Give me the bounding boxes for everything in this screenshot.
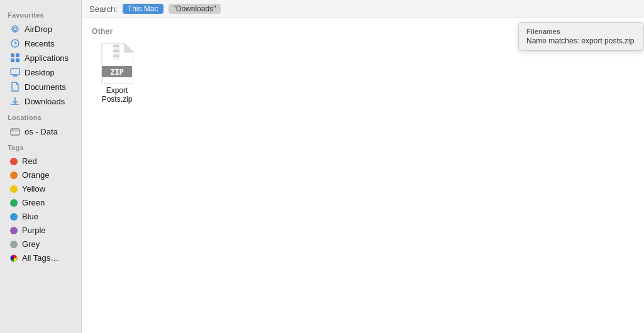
svg-rect-15 (113, 57, 119, 60)
content-area: Other ZIP (82, 18, 644, 333)
sidebar-item-recents[interactable]: Recents (3, 36, 79, 50)
applications-icon (10, 53, 20, 63)
tag-grey-label: Grey (22, 239, 40, 249)
sidebar-item-downloads[interactable]: Downloads (3, 94, 79, 108)
sidebar-item-os-data-label: os - Data (25, 127, 58, 136)
svg-rect-7 (11, 68, 19, 75)
zip-file-icon: ZIP (101, 43, 133, 84)
svg-rect-11 (113, 47, 119, 50)
recents-icon (10, 38, 20, 48)
svg-rect-4 (16, 53, 19, 57)
sidebar-item-applications-label: Applications (25, 53, 69, 63)
sidebar-item-tag-blue[interactable]: Blue (3, 210, 79, 223)
sidebar-item-recents-label: Recents (25, 39, 55, 48)
svg-text:ZIP: ZIP (110, 68, 124, 77)
locations-section-label: Locations (0, 109, 81, 124)
search-bar: Search: This Mac "Downloads" (82, 0, 644, 18)
red-tag-dot (10, 158, 18, 165)
purple-tag-dot (10, 227, 18, 234)
sidebar-item-tag-yellow[interactable]: Yellow (3, 182, 79, 195)
search-label: Search: (89, 4, 118, 14)
search-token-this-mac[interactable]: This Mac (123, 4, 164, 14)
sidebar-item-tag-grey[interactable]: Grey (3, 237, 79, 251)
sidebar-item-desktop[interactable]: Desktop (3, 65, 79, 79)
green-tag-dot (10, 199, 18, 207)
sidebar-item-desktop-label: Desktop (25, 68, 55, 77)
sidebar-item-tag-orange[interactable]: Orange (3, 168, 79, 182)
orange-tag-dot (10, 172, 18, 179)
favourites-section-label: Favourites (0, 6, 81, 21)
desktop-icon (10, 67, 20, 77)
search-token-downloads[interactable]: "Downloads" (169, 4, 221, 14)
os-data-icon (10, 126, 20, 136)
sidebar-item-documents-label: Documents (25, 82, 66, 92)
svg-rect-13 (113, 52, 119, 55)
sidebar-item-airdrop-label: AirDrop (25, 25, 52, 34)
sidebar-item-os-data[interactable]: os - Data (3, 124, 79, 138)
tag-blue-label: Blue (22, 212, 38, 221)
sidebar-item-tag-purple[interactable]: Purple (3, 224, 79, 237)
tags-section-label: Tags (0, 139, 81, 154)
sidebar-item-documents[interactable]: Documents (3, 80, 79, 94)
filenames-tooltip: Filenames Name matches: export posts.zip (518, 22, 644, 51)
svg-point-1 (14, 28, 17, 31)
file-name-label: Export Posts.zip (92, 86, 142, 104)
tooltip-content: Name matches: export posts.zip (526, 36, 636, 45)
airdrop-icon (10, 24, 20, 34)
tag-green-label: Green (22, 198, 45, 207)
svg-rect-12 (113, 50, 119, 52)
sidebar: Favourites AirDrop Recents (0, 0, 82, 333)
svg-rect-5 (11, 58, 14, 62)
blue-tag-dot (10, 213, 18, 221)
tooltip-title: Filenames (526, 28, 636, 35)
downloads-icon (10, 96, 20, 106)
tag-red-label: Red (22, 156, 37, 166)
sidebar-item-applications[interactable]: Applications (3, 51, 79, 65)
sidebar-item-downloads-label: Downloads (25, 97, 65, 106)
main-area: Search: This Mac "Downloads" Other (82, 0, 644, 333)
documents-icon (10, 82, 20, 92)
all-tags-dot (10, 254, 18, 262)
sidebar-item-airdrop[interactable]: AirDrop (3, 22, 79, 36)
sidebar-item-tag-green[interactable]: Green (3, 196, 79, 209)
sidebar-item-all-tags[interactable]: All Tags… (3, 251, 79, 265)
yellow-tag-dot (10, 185, 18, 193)
tag-all-tags-label: All Tags… (22, 253, 58, 263)
grey-tag-dot (10, 241, 18, 248)
svg-rect-3 (11, 53, 14, 57)
tag-yellow-label: Yellow (22, 184, 45, 194)
svg-rect-10 (113, 45, 119, 47)
sidebar-item-tag-red[interactable]: Red (3, 155, 79, 168)
file-item-export-posts[interactable]: ZIP Export Posts.zip (92, 43, 142, 104)
tag-purple-label: Purple (22, 226, 46, 235)
svg-point-9 (12, 129, 13, 131)
svg-rect-6 (16, 58, 19, 62)
svg-rect-14 (113, 55, 119, 57)
tag-orange-label: Orange (22, 170, 49, 180)
